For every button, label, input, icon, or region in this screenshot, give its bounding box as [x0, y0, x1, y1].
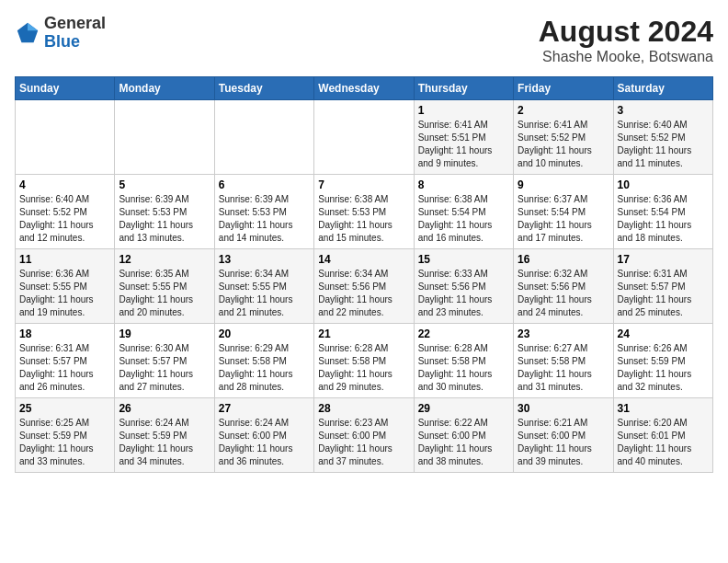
week-row-2: 4Sunrise: 6:40 AM Sunset: 5:52 PM Daylig… [16, 175, 713, 249]
day-number: 3 [618, 104, 709, 117]
day-number: 30 [518, 402, 609, 415]
day-number: 12 [119, 253, 210, 266]
day-info: Sunrise: 6:31 AM Sunset: 5:57 PM Dayligh… [618, 268, 709, 319]
day-number: 24 [618, 327, 709, 340]
day-number: 20 [219, 327, 310, 340]
day-number: 6 [219, 178, 310, 191]
day-info: Sunrise: 6:26 AM Sunset: 5:59 PM Dayligh… [618, 342, 709, 394]
day-number: 15 [418, 253, 509, 266]
day-info: Sunrise: 6:40 AM Sunset: 5:52 PM Dayligh… [19, 193, 110, 245]
day-number: 16 [518, 253, 609, 266]
header: General Blue August 2024 Shashe Mooke, B… [15, 15, 713, 65]
day-cell: 17Sunrise: 6:31 AM Sunset: 5:57 PM Dayli… [613, 249, 712, 324]
logo: General Blue [15, 15, 106, 52]
week-row-3: 11Sunrise: 6:36 AM Sunset: 5:55 PM Dayli… [16, 249, 713, 324]
header-cell-thursday: Thursday [414, 77, 513, 100]
day-info: Sunrise: 6:38 AM Sunset: 5:53 PM Dayligh… [318, 193, 409, 245]
day-number: 10 [618, 178, 709, 191]
day-cell: 31Sunrise: 6:20 AM Sunset: 6:01 PM Dayli… [613, 398, 712, 473]
calendar-table: SundayMondayTuesdayWednesdayThursdayFrid… [15, 76, 713, 473]
day-info: Sunrise: 6:29 AM Sunset: 5:58 PM Dayligh… [219, 342, 310, 394]
day-number: 17 [618, 253, 709, 266]
day-info: Sunrise: 6:21 AM Sunset: 6:00 PM Dayligh… [518, 417, 609, 468]
day-info: Sunrise: 6:38 AM Sunset: 5:54 PM Dayligh… [418, 193, 509, 245]
day-cell: 2Sunrise: 6:41 AM Sunset: 5:52 PM Daylig… [514, 100, 613, 175]
day-cell: 29Sunrise: 6:22 AM Sunset: 6:00 PM Dayli… [414, 398, 513, 473]
day-number: 27 [219, 402, 310, 415]
day-cell: 12Sunrise: 6:35 AM Sunset: 5:55 PM Dayli… [115, 249, 214, 324]
title-area: August 2024 Shashe Mooke, Botswana [539, 15, 713, 65]
day-info: Sunrise: 6:28 AM Sunset: 5:58 PM Dayligh… [318, 342, 409, 394]
day-cell: 30Sunrise: 6:21 AM Sunset: 6:00 PM Dayli… [514, 398, 613, 473]
week-row-1: 1Sunrise: 6:41 AM Sunset: 5:51 PM Daylig… [16, 100, 713, 175]
day-number: 29 [418, 402, 509, 415]
day-number: 31 [618, 402, 709, 415]
day-cell: 18Sunrise: 6:31 AM Sunset: 5:57 PM Dayli… [16, 324, 115, 398]
day-info: Sunrise: 6:39 AM Sunset: 5:53 PM Dayligh… [219, 193, 310, 245]
page-title: August 2024 [539, 15, 713, 49]
logo-general: General [44, 15, 106, 33]
logo-blue: Blue [44, 33, 106, 52]
day-info: Sunrise: 6:24 AM Sunset: 5:59 PM Dayligh… [119, 417, 210, 468]
day-info: Sunrise: 6:35 AM Sunset: 5:55 PM Dayligh… [119, 268, 210, 319]
logo-text: General Blue [44, 15, 106, 52]
day-cell: 9Sunrise: 6:37 AM Sunset: 5:54 PM Daylig… [514, 175, 613, 249]
day-cell: 10Sunrise: 6:36 AM Sunset: 5:54 PM Dayli… [613, 175, 712, 249]
day-number: 26 [119, 402, 210, 415]
day-info: Sunrise: 6:25 AM Sunset: 5:59 PM Dayligh… [19, 417, 110, 468]
header-cell-wednesday: Wednesday [314, 77, 414, 100]
day-number: 28 [318, 402, 409, 415]
header-cell-monday: Monday [115, 77, 214, 100]
day-cell: 5Sunrise: 6:39 AM Sunset: 5:53 PM Daylig… [115, 175, 214, 249]
header-row: SundayMondayTuesdayWednesdayThursdayFrid… [16, 77, 713, 100]
day-info: Sunrise: 6:41 AM Sunset: 5:52 PM Dayligh… [518, 119, 609, 170]
day-number: 7 [318, 178, 409, 191]
day-number: 5 [119, 178, 210, 191]
calendar-header: SundayMondayTuesdayWednesdayThursdayFrid… [16, 77, 713, 100]
header-cell-tuesday: Tuesday [214, 77, 313, 100]
header-cell-friday: Friday [514, 77, 613, 100]
svg-marker-1 [28, 23, 38, 30]
day-info: Sunrise: 6:33 AM Sunset: 5:56 PM Dayligh… [418, 268, 509, 319]
day-number: 4 [19, 178, 110, 191]
day-cell: 3Sunrise: 6:40 AM Sunset: 5:52 PM Daylig… [613, 100, 712, 175]
day-cell: 8Sunrise: 6:38 AM Sunset: 5:54 PM Daylig… [414, 175, 513, 249]
day-info: Sunrise: 6:36 AM Sunset: 5:55 PM Dayligh… [19, 268, 110, 319]
day-info: Sunrise: 6:41 AM Sunset: 5:51 PM Dayligh… [418, 119, 509, 170]
day-number: 21 [318, 327, 409, 340]
calendar-body: 1Sunrise: 6:41 AM Sunset: 5:51 PM Daylig… [16, 100, 713, 473]
day-info: Sunrise: 6:24 AM Sunset: 6:00 PM Dayligh… [219, 417, 310, 468]
day-cell: 16Sunrise: 6:32 AM Sunset: 5:56 PM Dayli… [514, 249, 613, 324]
day-number: 2 [518, 104, 609, 117]
day-cell [115, 100, 214, 175]
day-info: Sunrise: 6:31 AM Sunset: 5:57 PM Dayligh… [19, 342, 110, 394]
day-cell: 1Sunrise: 6:41 AM Sunset: 5:51 PM Daylig… [414, 100, 513, 175]
header-cell-sunday: Sunday [16, 77, 115, 100]
day-cell: 15Sunrise: 6:33 AM Sunset: 5:56 PM Dayli… [414, 249, 513, 324]
week-row-4: 18Sunrise: 6:31 AM Sunset: 5:57 PM Dayli… [16, 324, 713, 398]
logo-icon [15, 20, 40, 46]
day-number: 14 [318, 253, 409, 266]
day-cell [314, 100, 414, 175]
day-cell: 13Sunrise: 6:34 AM Sunset: 5:55 PM Dayli… [214, 249, 313, 324]
day-number: 8 [418, 178, 509, 191]
day-info: Sunrise: 6:30 AM Sunset: 5:57 PM Dayligh… [119, 342, 210, 394]
day-info: Sunrise: 6:28 AM Sunset: 5:58 PM Dayligh… [418, 342, 509, 394]
day-cell: 21Sunrise: 6:28 AM Sunset: 5:58 PM Dayli… [314, 324, 414, 398]
week-row-5: 25Sunrise: 6:25 AM Sunset: 5:59 PM Dayli… [16, 398, 713, 473]
day-number: 11 [19, 253, 110, 266]
day-number: 18 [19, 327, 110, 340]
day-cell [16, 100, 115, 175]
day-cell: 7Sunrise: 6:38 AM Sunset: 5:53 PM Daylig… [314, 175, 414, 249]
day-number: 1 [418, 104, 509, 117]
header-cell-saturday: Saturday [613, 77, 712, 100]
day-number: 25 [19, 402, 110, 415]
day-info: Sunrise: 6:36 AM Sunset: 5:54 PM Dayligh… [618, 193, 709, 245]
day-info: Sunrise: 6:23 AM Sunset: 6:00 PM Dayligh… [318, 417, 409, 468]
day-cell: 28Sunrise: 6:23 AM Sunset: 6:00 PM Dayli… [314, 398, 414, 473]
day-cell [214, 100, 313, 175]
day-cell: 19Sunrise: 6:30 AM Sunset: 5:57 PM Dayli… [115, 324, 214, 398]
day-number: 9 [518, 178, 609, 191]
day-number: 22 [418, 327, 509, 340]
day-cell: 20Sunrise: 6:29 AM Sunset: 5:58 PM Dayli… [214, 324, 313, 398]
